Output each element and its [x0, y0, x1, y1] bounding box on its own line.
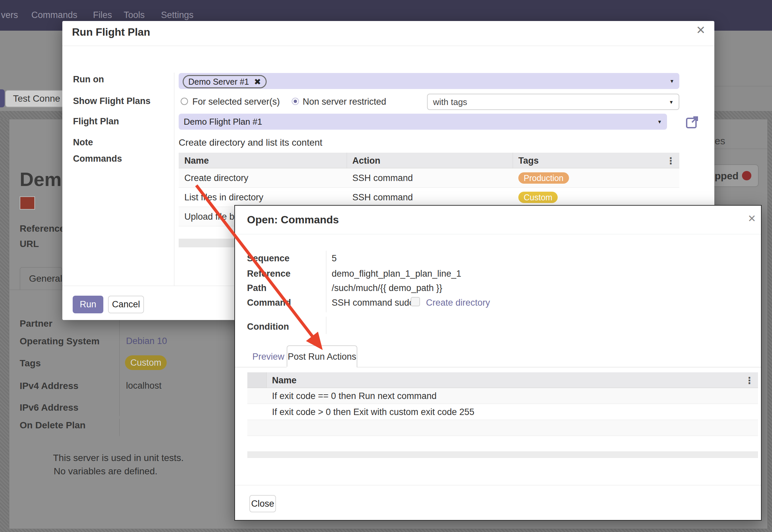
unit-note-line2: No variables are defined.: [54, 466, 157, 477]
on-delete-plan-label: On Delete Plan: [20, 420, 86, 431]
ipv6-label: IPv6 Address: [20, 402, 78, 413]
open-commands-modal: Open: Commands ✕ Sequence 5 Reference de…: [234, 205, 762, 521]
command-label: Command: [247, 298, 291, 308]
run-on-label: Run on: [73, 74, 104, 85]
col-divider: [513, 153, 513, 168]
field-divider: [326, 317, 326, 334]
pra-handle-col: [247, 372, 267, 388]
nav-item-servers[interactable]: vers: [1, 10, 18, 20]
run-button[interactable]: Run: [73, 296, 103, 313]
table-options-icon[interactable]: ⋮: [745, 375, 754, 386]
sequence-label: Sequence: [247, 253, 290, 264]
page-margin-hatch-right: [767, 119, 772, 532]
radio-non-server-restricted[interactable]: [292, 98, 299, 105]
test-connection-label: Test Conne: [13, 93, 60, 104]
path-value: /such/much/{{ demo_path }}: [332, 283, 442, 293]
nav-item-files[interactable]: Files: [93, 10, 112, 20]
pra-table-row[interactable]: If exit code == 0 then Run next command: [247, 388, 758, 404]
row-action: SSH command: [352, 173, 413, 183]
unit-note-line1: This server is used in unit tests.: [53, 453, 184, 463]
row-name: If exit code > 0 then Exit with custom e…: [272, 407, 474, 417]
radio-for-selected-servers-label: For selected server(s): [192, 97, 280, 107]
page-margin-hatch-left: [0, 119, 9, 532]
radio-non-server-restricted-label: Non server restricted: [303, 97, 386, 107]
field-divider-line: [119, 315, 120, 416]
sidebar-divider: [174, 73, 174, 286]
partner-label: Partner: [20, 318, 52, 329]
close-button-label: Close: [251, 499, 274, 509]
nav-item-settings[interactable]: Settings: [161, 10, 194, 20]
tab-general-label: General: [29, 273, 62, 284]
url-label: URL: [20, 239, 39, 249]
tags-badge: Custom: [125, 355, 167, 370]
color-swatch[interactable]: [20, 196, 35, 210]
run-button-label: Run: [80, 299, 96, 310]
close-icon[interactable]: ✕: [696, 24, 706, 36]
fp-col-action[interactable]: Action: [352, 156, 380, 166]
smart-button-partial-text: es: [715, 135, 725, 147]
pra-table-row[interactable]: If exit code > 0 then Exit with custom e…: [247, 404, 758, 420]
external-link-icon[interactable]: [685, 115, 699, 129]
control-bar-divider: [714, 86, 772, 86]
fp-col-name[interactable]: Name: [184, 156, 209, 166]
reference-value: demo_flight_plan_1_plan_line_1: [332, 269, 461, 279]
reference-label: Reference: [247, 269, 291, 279]
tab-general[interactable]: General: [20, 267, 62, 290]
open-commands-modal-title: Open: Commands: [247, 214, 339, 226]
server-tag-label: Demo Server #1: [188, 77, 249, 86]
nav-item-tools[interactable]: Tools: [124, 10, 145, 20]
primary-action-button-partial[interactable]: [0, 89, 5, 107]
fp-table-row[interactable]: Create directory SSH command Production: [179, 168, 679, 188]
tab-active-mask: [287, 367, 357, 367]
fp-col-tags[interactable]: Tags: [518, 156, 539, 166]
tab-post-run-actions-label: Post Run Actions: [288, 352, 356, 362]
table-options-icon[interactable]: ⋮: [666, 155, 675, 166]
status-button-stopped[interactable]: pped: [712, 164, 759, 187]
server-tag-pill[interactable]: Demo Server #1 ✖: [183, 75, 267, 88]
tab-underline: [9, 290, 63, 290]
cancel-button[interactable]: Cancel: [108, 296, 144, 313]
pra-col-name[interactable]: Name: [272, 375, 297, 386]
tab-post-run-actions[interactable]: Post Run Actions: [287, 345, 357, 367]
flight-plan-label: Flight Plan: [73, 116, 119, 127]
header-divider-right: [713, 149, 767, 149]
reference-label: Reference: [20, 223, 65, 234]
fp-table-header: Name Action Tags ⋮: [179, 153, 679, 168]
row-action: SSH command: [352, 192, 413, 202]
ipv4-label: IPv4 Address: [20, 381, 78, 391]
note-value: Create directory and list its content: [179, 137, 322, 148]
row-tag-badge: Production: [518, 172, 569, 184]
with-tags-value: with tags: [433, 97, 467, 107]
flight-plan-select[interactable]: Demo Flight Plan #1 ▾: [179, 114, 667, 130]
command-link[interactable]: Create directory: [426, 298, 490, 308]
row-name: If exit code == 0 then Run next command: [272, 391, 437, 401]
row-name: Create directory: [184, 173, 248, 183]
sequence-value: 5: [332, 253, 337, 264]
test-connection-button[interactable]: Test Conne: [5, 90, 67, 107]
radio-for-selected-servers[interactable]: [181, 98, 188, 105]
show-flight-plans-label: Show Flight Plans: [73, 96, 151, 106]
tag-remove-icon[interactable]: ✖: [254, 77, 261, 86]
command-value: SSH command sudo: [332, 298, 414, 308]
with-tags-select[interactable]: with tags ▾: [427, 94, 679, 110]
run-flight-plan-modal-title: Run Flight Plan: [72, 26, 150, 38]
field-divider-line-2: [119, 419, 120, 436]
close-button[interactable]: Close: [249, 495, 276, 512]
close-icon[interactable]: ✕: [748, 213, 756, 224]
table-scrollbar[interactable]: [247, 451, 758, 458]
commands-label: Commands: [73, 154, 122, 164]
fp-table-row[interactable]: List files in directory SSH command Cust…: [179, 188, 679, 207]
modal-footer-divider: [235, 485, 761, 485]
nav-item-commands[interactable]: Commands: [31, 10, 77, 20]
cancel-button-label: Cancel: [112, 299, 140, 310]
flight-plan-value: Demo Flight Plan #1: [184, 117, 262, 127]
modal-header-divider: [235, 234, 761, 234]
note-label: Note: [73, 137, 93, 148]
operating-system-value[interactable]: Debian 10: [126, 336, 167, 346]
tab-preview[interactable]: Preview: [252, 352, 284, 362]
server-title: Demo: [20, 168, 64, 189]
run-on-select[interactable]: Demo Server #1 ✖ ▾: [179, 73, 679, 89]
row-name: List files in directory: [184, 192, 263, 202]
pra-table-row-empty: [247, 420, 758, 436]
sudo-checkbox[interactable]: [411, 297, 420, 306]
